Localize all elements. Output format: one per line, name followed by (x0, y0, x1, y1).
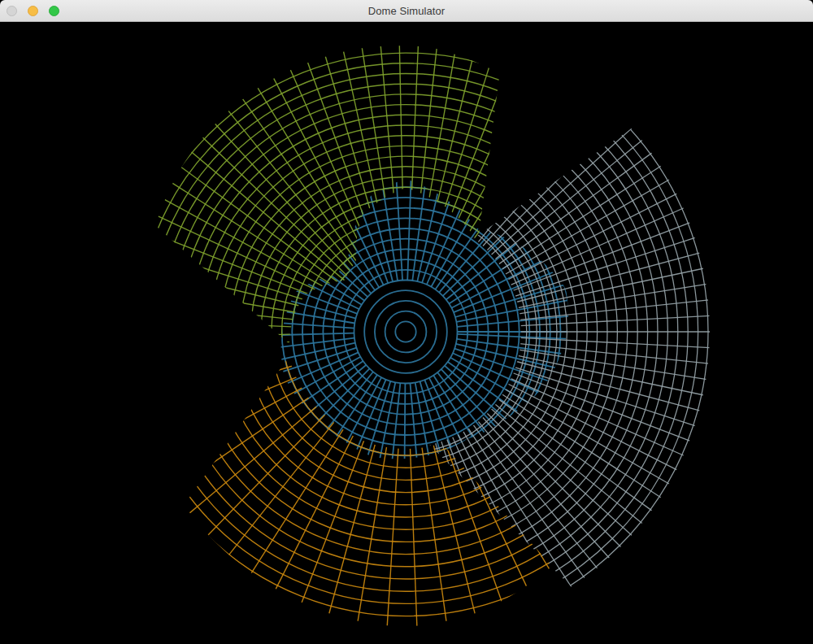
dome-projection-view (0, 22, 813, 644)
simulator-canvas (0, 22, 813, 644)
close-button[interactable] (7, 6, 17, 16)
dome-simulator-window: Dome Simulator (0, 0, 813, 644)
upper-left-projector-grid (127, 45, 685, 611)
traffic-lights (7, 0, 59, 22)
lower-left-projector-grid (121, 47, 689, 626)
minimize-button[interactable] (28, 6, 38, 16)
title-bar[interactable]: Dome Simulator (0, 0, 813, 22)
right-projector-grid (103, 29, 711, 634)
zoom-button[interactable] (49, 6, 59, 16)
window-title: Dome Simulator (368, 5, 446, 17)
